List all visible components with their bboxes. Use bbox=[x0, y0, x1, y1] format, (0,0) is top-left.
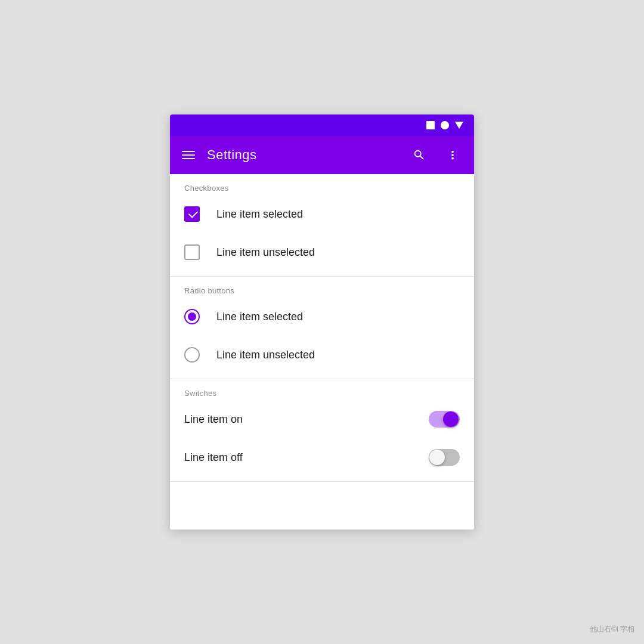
status-bar bbox=[170, 114, 474, 136]
checkbox-unselected-label: Line item unselected bbox=[216, 246, 315, 259]
checkbox-selected[interactable] bbox=[184, 206, 200, 222]
radio-buttons-section: Radio buttons Line item selected Line it… bbox=[170, 277, 474, 379]
switch-off-label: Line item off bbox=[184, 451, 429, 464]
more-icon[interactable] bbox=[441, 143, 465, 167]
switches-section: Switches Line item on Line item off bbox=[170, 379, 474, 482]
radio-selected-label: Line item selected bbox=[216, 311, 303, 323]
radio-selected[interactable] bbox=[184, 309, 200, 324]
checkbox-unselected[interactable] bbox=[184, 244, 200, 260]
radio-buttons-section-label: Radio buttons bbox=[170, 286, 474, 295]
switch-on[interactable] bbox=[429, 411, 460, 428]
radio-unselected-label: Line item unselected bbox=[216, 349, 315, 361]
status-triangle-icon bbox=[455, 122, 463, 129]
switch-off[interactable] bbox=[429, 449, 460, 466]
watermark: 他山石©l 字相 bbox=[590, 624, 634, 634]
toolbar: Settings bbox=[170, 136, 474, 174]
switch-on-knob bbox=[443, 411, 459, 427]
checkboxes-section-label: Checkboxes bbox=[170, 184, 474, 193]
switch-on-item: Line item on bbox=[170, 400, 474, 438]
radio-selected-item: Line item selected bbox=[170, 298, 474, 336]
status-circle-icon bbox=[441, 121, 449, 129]
radio-unselected[interactable] bbox=[184, 347, 200, 363]
radio-unselected-item: Line item unselected bbox=[170, 336, 474, 374]
menu-icon[interactable] bbox=[179, 148, 197, 162]
phone-container: Settings Checkboxes Line item selected L… bbox=[170, 114, 474, 530]
switches-section-label: Switches bbox=[170, 389, 474, 398]
checkbox-selected-label: Line item selected bbox=[216, 208, 303, 221]
search-icon[interactable] bbox=[407, 143, 431, 167]
checkbox-unselected-item: Line item unselected bbox=[170, 233, 474, 271]
checkbox-selected-item: Line item selected bbox=[170, 195, 474, 233]
status-square-icon bbox=[426, 121, 435, 129]
switch-off-item: Line item off bbox=[170, 438, 474, 476]
checkboxes-section: Checkboxes Line item selected Line item … bbox=[170, 174, 474, 277]
content: Checkboxes Line item selected Line item … bbox=[170, 174, 474, 530]
toolbar-title: Settings bbox=[207, 147, 398, 163]
switch-on-label: Line item on bbox=[184, 413, 429, 426]
switch-off-knob bbox=[429, 450, 445, 465]
